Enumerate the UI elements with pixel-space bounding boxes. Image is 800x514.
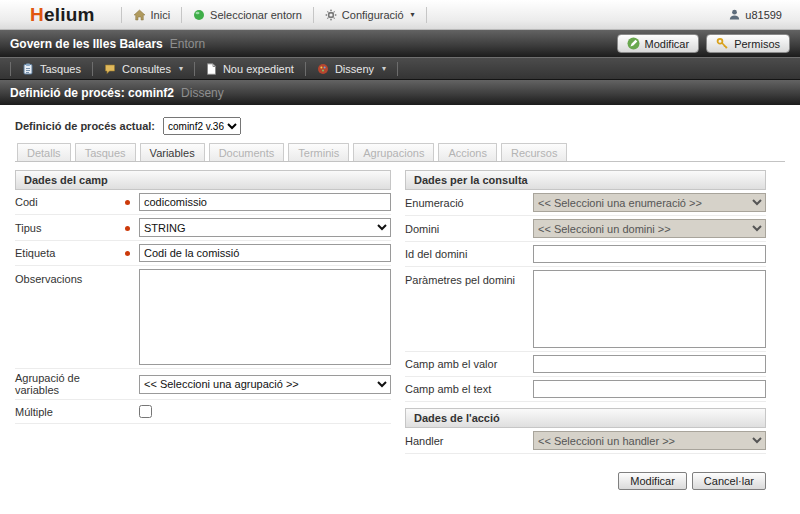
camp-valor-input[interactable]	[533, 355, 766, 373]
page-title: Definició de procés: cominf2	[10, 86, 174, 100]
chevron-down-icon: ▾	[179, 65, 183, 73]
section-header: Dades del camp	[15, 170, 391, 190]
home-icon	[133, 9, 146, 21]
nav-item-tasques[interactable]: Tasques	[10, 62, 92, 76]
tab-accions[interactable]: Accions	[438, 143, 497, 161]
process-selector-label: Definició de procés actual:	[15, 120, 155, 132]
menu-item-label: Inici	[151, 9, 171, 21]
tab-agrupacions[interactable]: Agrupacions	[353, 143, 434, 161]
section-header: Dades per la consulta	[405, 170, 766, 190]
username: u81599	[745, 9, 782, 21]
enumeracio-select: << Seleccioni una enumeració >>	[533, 193, 766, 212]
tab-recursos[interactable]: Recursos	[501, 143, 567, 161]
observacions-textarea[interactable]	[139, 269, 391, 365]
etiqueta-input[interactable]	[139, 244, 391, 262]
cancellar-button[interactable]: Cancel·lar	[692, 472, 766, 490]
parametres-label: Paràmetres pel domini	[405, 270, 533, 286]
tab-bar: Detalls Tasques Variables Documents Term…	[15, 143, 785, 162]
section-dades-del-camp: Dades del camp Codi Tipus STRING Etiquet…	[15, 170, 391, 454]
id-domini-input[interactable]	[533, 245, 766, 263]
menu-item-inici[interactable]: Inici	[121, 7, 182, 23]
footer-actions: Modificar Cancel·lar	[15, 472, 766, 490]
entorn-title: Govern de les Illes Balears	[10, 37, 163, 51]
logo-accent: H	[30, 4, 44, 25]
parametres-textarea[interactable]	[533, 270, 766, 348]
nav-item-label: Disseny	[335, 63, 374, 75]
id-domini-label: Id del domini	[405, 248, 533, 260]
menu-item-label: Seleccionar entorn	[210, 9, 302, 21]
field-row-id-domini: Id del domini	[405, 242, 766, 267]
section-dades-per-la-consulta: Dades per la consulta Enumeració << Sele…	[405, 170, 766, 402]
nav-item-label: Tasques	[40, 63, 81, 75]
field-row-camp-valor: Camp amb el valor	[405, 352, 766, 377]
palette-icon	[317, 63, 329, 75]
app-logo: Helium	[30, 4, 95, 26]
multiple-label: Múltiple	[15, 406, 125, 418]
etiqueta-label: Etiqueta	[15, 247, 125, 259]
menu-item-seleccionar-entorn[interactable]: Seleccionar entorn	[181, 7, 313, 23]
tab-tasques[interactable]: Tasques	[75, 143, 136, 161]
main-content: Definició de procés actual: cominf2 v.36…	[0, 105, 800, 490]
codi-label: Codi	[15, 196, 125, 208]
camp-text-input[interactable]	[533, 380, 766, 398]
nav-item-nou-expedient[interactable]: Nou expedient	[194, 62, 305, 76]
clipboard-icon	[22, 63, 34, 75]
agrupacio-select[interactable]: << Seleccioni una agrupació >>	[139, 375, 391, 394]
document-icon	[206, 63, 217, 75]
field-row-domini: Domini << Seleccioni un domini >>	[405, 216, 766, 242]
handler-label: Handler	[405, 435, 533, 447]
edit-icon	[627, 37, 640, 50]
domini-select: << Seleccioni un domini >>	[533, 219, 766, 238]
modificar-entorn-button[interactable]: Modificar	[617, 34, 700, 53]
field-row-codi: Codi	[15, 190, 391, 215]
codi-input[interactable]	[139, 193, 391, 211]
main-nav: Tasques Consultes ▾ Nou expedient Dissen…	[0, 57, 800, 80]
right-column: Dades per la consulta Enumeració << Sele…	[405, 170, 766, 454]
user-menu[interactable]: u81599	[729, 9, 790, 21]
permisos-label: Permisos	[734, 38, 780, 50]
globe-icon	[193, 9, 205, 21]
logo-rest: elium	[44, 4, 95, 25]
required-marker	[125, 250, 139, 256]
field-row-enumeracio: Enumeració << Seleccioni una enumeració …	[405, 190, 766, 216]
section-dades-de-laccio: Dades de l'acció Handler << Seleccioni u…	[405, 408, 766, 454]
field-row-parametres: Paràmetres pel domini	[405, 267, 766, 352]
process-version-select[interactable]: cominf2 v.36	[163, 117, 241, 135]
form-columns: Dades del camp Codi Tipus STRING Etiquet…	[15, 170, 766, 454]
process-selector-row: Definició de procés actual: cominf2 v.36	[15, 117, 766, 135]
field-row-camp-text: Camp amb el text	[405, 377, 766, 402]
nav-item-label: Consultes	[122, 63, 171, 75]
permisos-button[interactable]: Permisos	[706, 34, 790, 53]
nav-item-disseny[interactable]: Disseny ▾	[305, 62, 398, 76]
field-row-etiqueta: Etiqueta	[15, 241, 391, 266]
section-header: Dades de l'acció	[405, 408, 766, 428]
field-row-multiple: Múltiple	[15, 400, 391, 424]
speech-bubble-icon	[104, 63, 116, 75]
handler-select: << Seleccioni un handler >>	[533, 431, 766, 450]
user-icon	[729, 9, 740, 20]
page-subtitle: Disseny	[181, 86, 224, 100]
chevron-down-icon: ▾	[382, 65, 386, 73]
tab-variables[interactable]: Variables	[140, 143, 205, 161]
nav-item-consultes[interactable]: Consultes ▾	[92, 62, 194, 76]
multiple-checkbox[interactable]	[139, 405, 152, 418]
tipus-select[interactable]: STRING	[139, 218, 391, 237]
tipus-label: Tipus	[15, 222, 125, 234]
modificar-button[interactable]: Modificar	[618, 472, 687, 490]
required-marker	[125, 225, 139, 231]
entorn-actions: Modificar Permisos	[617, 34, 790, 53]
entorn-bar: Govern de les Illes Balears Entorn Modif…	[0, 30, 800, 57]
modificar-entorn-label: Modificar	[645, 38, 690, 50]
domini-label: Domini	[405, 223, 533, 235]
observacions-label: Observacions	[15, 269, 125, 285]
nav-item-label: Nou expedient	[223, 63, 294, 75]
tab-terminis[interactable]: Terminis	[288, 143, 349, 161]
menu-item-configuracio[interactable]: Configuració ▾	[313, 7, 427, 23]
agrupacio-label: Agrupació de variables	[15, 372, 125, 396]
required-marker	[125, 199, 139, 205]
menu-item-label: Configuració	[342, 9, 404, 21]
tab-detalls[interactable]: Detalls	[17, 143, 71, 161]
page-title-bar: Definició de procés: cominf2 Disseny	[0, 80, 800, 105]
tab-documents[interactable]: Documents	[209, 143, 285, 161]
top-bar: Helium Inici Seleccionar entorn Configur…	[0, 0, 800, 30]
